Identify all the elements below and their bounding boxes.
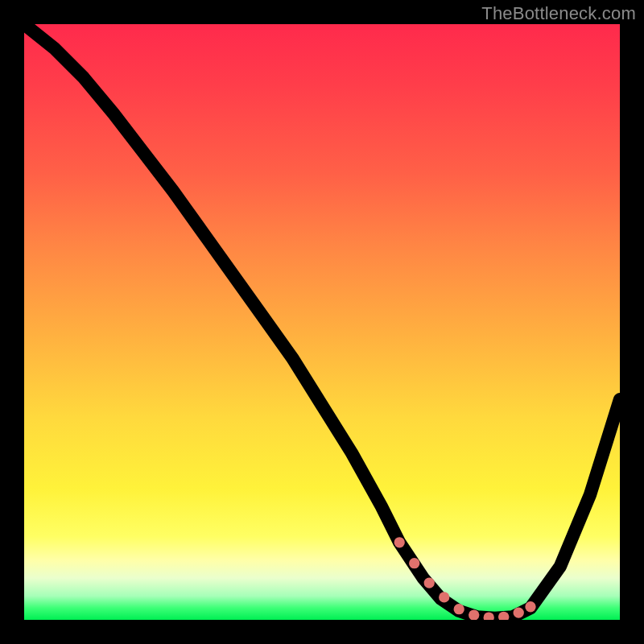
marker-dot [439, 592, 449, 602]
plot-area [24, 24, 620, 620]
marker-dot [454, 604, 464, 614]
chart-svg [24, 24, 620, 620]
marker-dot [525, 601, 535, 612]
marker-dot [424, 577, 435, 588]
chart-stage: TheBottleneck.com [0, 0, 644, 644]
marker-dot [394, 537, 405, 547]
marker-dot [514, 607, 524, 617]
watermark-text: TheBottleneck.com [481, 3, 636, 24]
marker-dot [409, 558, 419, 568]
curve-line [24, 24, 620, 618]
